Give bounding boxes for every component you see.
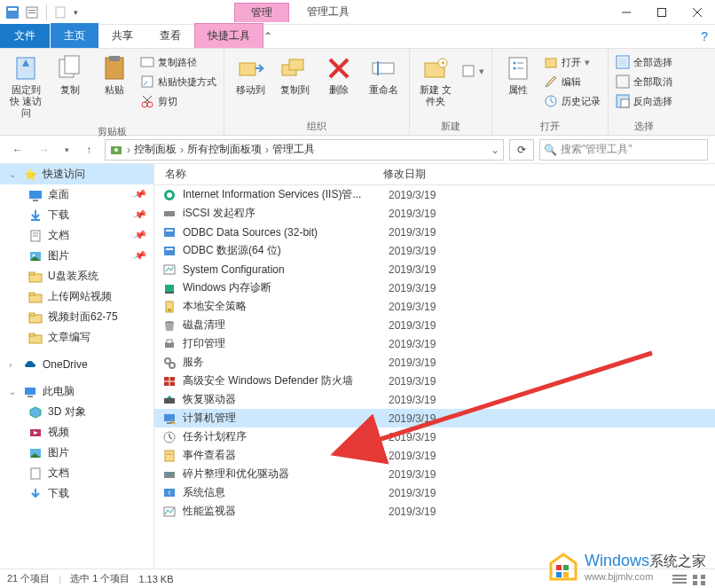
file-row[interactable]: iSCSI 发起程序2019/3/19 [154, 204, 715, 223]
file-name: 磁盘清理 [183, 318, 389, 333]
new-item-button[interactable]: ▾ [460, 63, 486, 79]
watermark-logo-icon [547, 551, 579, 583]
file-row[interactable]: 高级安全 Windows Defender 防火墙2019/3/19 [154, 372, 715, 390]
rename-button[interactable]: 重命名 [363, 51, 404, 99]
copy-path-button[interactable]: 复制路径 [138, 54, 218, 70]
file-row[interactable]: i系统信息2019/3/19 [154, 483, 715, 502]
nav-3d-objects[interactable]: 3D 对象 [0, 402, 153, 422]
chevron-right-icon[interactable]: › [263, 144, 271, 156]
properties-button[interactable]: 属性 [498, 51, 538, 99]
file-row[interactable]: 事件查看器2019/3/19 [154, 446, 715, 465]
paste-shortcut-button[interactable]: 粘贴快捷方式 [138, 74, 218, 90]
file-row[interactable]: 服务2019/3/19 [154, 353, 715, 372]
nav-upload[interactable]: 上传网站视频 [0, 286, 153, 307]
svg-rect-62 [25, 388, 35, 395]
ribbon-collapse-icon[interactable]: ⌃ [263, 30, 272, 43]
search-input[interactable]: 🔍 搜索"管理工具" [539, 139, 708, 161]
nav-videocover[interactable]: 视频封面62-75 [0, 307, 153, 327]
qat-icon-blank[interactable] [54, 5, 68, 20]
file-row[interactable]: ODBC 数据源(64 位)2019/3/19 [154, 241, 715, 260]
crumb-2[interactable]: 管理工具 [272, 142, 315, 157]
close-button[interactable] [680, 0, 715, 25]
nav-videos[interactable]: 视频 [0, 422, 153, 443]
nav-pictures2[interactable]: 图片 [0, 443, 153, 463]
chevron-right-icon[interactable]: › [178, 144, 185, 156]
nav-udisk[interactable]: U盘装系统 [0, 266, 153, 286]
nav-documents[interactable]: 文档📌 [0, 225, 153, 246]
column-header-date[interactable]: 修改日期 [383, 167, 507, 182]
file-row[interactable]: 本地安全策略2019/3/19 [154, 297, 715, 316]
expand-icon[interactable]: › [9, 360, 18, 370]
crumb-1[interactable]: 所有控制面板项 [187, 142, 262, 157]
tab-shortcut-tools[interactable]: 快捷工具 [194, 23, 263, 48]
nav-documents2[interactable]: 文档 [0, 463, 153, 483]
file-row[interactable]: 碎片整理和优化驱动器2019/3/19 [154, 465, 715, 483]
svg-rect-72 [166, 230, 173, 231]
svg-rect-1 [8, 8, 17, 11]
file-row[interactable]: Internet Information Services (IIS)管...2… [154, 185, 715, 204]
qat-icon-props[interactable] [25, 5, 39, 20]
help-icon[interactable]: ? [701, 29, 708, 43]
expand-icon[interactable]: ⌄ [9, 169, 18, 179]
nav-recent-dropdown[interactable]: ▾ [60, 139, 73, 161]
tab-view[interactable]: 查看 [146, 23, 194, 48]
file-row[interactable]: Windows 内存诊断2019/3/19 [154, 278, 715, 297]
nav-forward-button[interactable]: → [34, 139, 55, 161]
file-row[interactable]: 打印管理2019/3/19 [154, 334, 715, 353]
open-button[interactable]: 打开▾ [542, 54, 602, 70]
refresh-button[interactable]: ⟳ [509, 139, 534, 161]
paste-button[interactable]: 粘贴 [94, 51, 135, 99]
nav-this-pc[interactable]: ⌄此电脑 [0, 381, 153, 402]
new-folder-button[interactable]: ✶新建 文件夹 [415, 51, 456, 111]
file-list: Internet Information Services (IIS)管...2… [154, 185, 715, 521]
select-none-button[interactable]: 全部取消 [614, 74, 674, 90]
file-row[interactable]: 任务计划程序2019/3/19 [154, 427, 715, 446]
expand-icon[interactable]: ⌄ [9, 387, 18, 396]
nav-up-button[interactable]: ↑ [78, 139, 99, 161]
copy-to-button[interactable]: 复制到 [274, 51, 315, 99]
svg-point-35 [514, 67, 516, 70]
nav-downloads2[interactable]: 下载 [0, 483, 153, 504]
file-row[interactable]: ODBC Data Sources (32-bit)2019/3/19 [154, 223, 715, 241]
tab-home[interactable]: 主页 [51, 23, 98, 48]
file-row[interactable]: 磁盘清理2019/3/19 [154, 316, 715, 334]
edit-button[interactable]: 编辑 [542, 74, 602, 90]
file-row[interactable]: 恢复驱动器2019/3/19 [154, 390, 715, 409]
move-to-button[interactable]: 移动到 [230, 51, 271, 99]
document-icon [28, 466, 43, 481]
nav-desktop[interactable]: 桌面📌 [0, 184, 153, 205]
svg-rect-63 [28, 396, 33, 397]
select-all-button[interactable]: 全部选择 [614, 54, 674, 70]
maximize-button[interactable] [644, 0, 680, 25]
nav-label: 下载 [48, 208, 69, 223]
column-header-name[interactable]: 名称 [154, 167, 383, 182]
history-button[interactable]: 历史记录 [542, 93, 602, 109]
svg-rect-110 [556, 572, 562, 577]
file-row[interactable]: 性能监视器2019/3/19 [154, 502, 715, 521]
svg-rect-111 [563, 572, 569, 577]
cut-button[interactable]: 剪切 [138, 93, 218, 109]
chevron-right-icon[interactable]: › [125, 144, 132, 156]
minimize-button[interactable] [609, 0, 644, 25]
crumb-0[interactable]: 控制面板 [134, 142, 177, 157]
copy-button[interactable]: 复制 [50, 51, 90, 99]
search-placeholder: 搜索"管理工具" [561, 142, 632, 157]
nav-quick-access[interactable]: ⌄ ⭐ 快速访问 [0, 164, 153, 184]
qat-dropdown-icon[interactable]: ▾ [74, 8, 78, 17]
file-row[interactable]: System Configuration2019/3/19 [154, 260, 715, 278]
file-row[interactable]: 计算机管理2019/3/19 [154, 409, 715, 427]
nav-articleedit[interactable]: 文章编写 [0, 327, 153, 348]
file-name: Internet Information Services (IIS)管... [183, 187, 389, 202]
delete-button[interactable]: 删除 [318, 51, 359, 99]
nav-onedrive[interactable]: ›OneDrive [0, 355, 153, 374]
address-dropdown-icon[interactable]: ⌄ [491, 144, 499, 156]
nav-back-button[interactable]: ← [7, 139, 28, 161]
tab-share[interactable]: 共享 [98, 23, 146, 48]
svg-rect-43 [621, 99, 629, 107]
invert-selection-button[interactable]: 反向选择 [614, 93, 674, 109]
tab-file[interactable]: 文件 [0, 24, 50, 48]
address-bar[interactable]: › 控制面板 › 所有控制面板项 › 管理工具 ⌄ [105, 139, 504, 161]
nav-pictures[interactable]: 图片📌 [0, 246, 153, 266]
pin-quick-access-button[interactable]: 固定到快 速访问 [5, 51, 46, 123]
nav-downloads[interactable]: 下载📌 [0, 205, 153, 225]
